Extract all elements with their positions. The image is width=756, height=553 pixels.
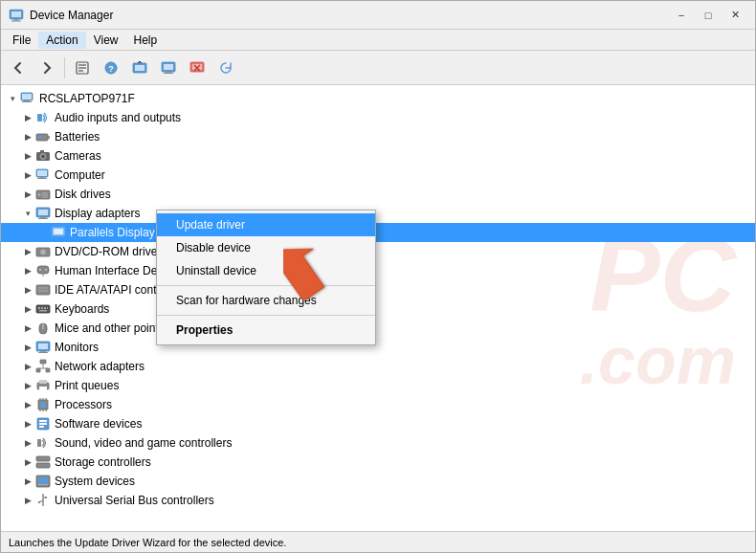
tree-root[interactable]: ▾ RCSLAPTOP971F [1,89,755,108]
svg-rect-31 [40,150,44,153]
expand-dvd-icon: ▶ [20,244,35,259]
svg-rect-11 [135,65,145,71]
svg-point-103 [38,501,40,503]
tree-item-computer[interactable]: ▶ Computer [1,166,755,185]
tree-item-usb-label: Universal Serial Bus controllers [55,494,214,507]
svg-marker-105 [283,235,335,299]
forward-button[interactable] [33,55,60,81]
sound-icon [35,435,51,451]
tree-item-ide[interactable]: ▶ IDE ATA/ATAPI controllers [1,280,755,299]
svg-rect-78 [38,385,40,386]
tree-item-dvd[interactable]: ▶ DVD/CD-ROM drives [1,242,755,261]
menu-help[interactable]: Help [126,32,166,49]
tree-item-audio[interactable]: ▶ Audio inputs and outputs [1,108,755,127]
tree-root-label: RCSLAPTOP971F [39,92,135,105]
tree-item-monitors[interactable]: ▶ Monitors [1,338,755,357]
batteries-icon [35,129,51,144]
svg-rect-80 [40,402,46,408]
tree-item-usb[interactable]: ▶ Universal Serial Bus controllers [1,491,755,510]
tree-item-monitors-label: Monitors [55,341,99,354]
svg-rect-59 [41,307,43,309]
expand-mice-icon: ▶ [20,321,35,336]
back-button[interactable] [5,55,32,81]
parallels-icon [51,225,66,240]
svg-rect-91 [37,439,41,447]
disk-icon [35,187,51,202]
svg-rect-62 [39,310,47,312]
expand-usb-icon: ▶ [20,493,35,508]
uninstall-button[interactable] [184,55,211,81]
usb-icon [35,493,51,508]
expand-storage-icon: ▶ [20,454,35,470]
tree-item-parallels[interactable]: Parallels Display Adapt (WDDM) [1,223,755,242]
tree-panel[interactable]: PC .com ▾ RCSLAPTOP971F ▶ [1,85,755,531]
tree-item-system-label: System devices [55,475,135,488]
svg-rect-22 [24,100,30,101]
update-driver-button[interactable] [126,55,153,81]
tree-item-software[interactable]: ▶ Software devices [1,414,755,433]
menu-action[interactable]: Action [38,32,85,49]
svg-rect-98 [38,484,48,485]
close-button[interactable]: ✕ [723,6,747,25]
svg-rect-2 [13,19,19,21]
svg-rect-3 [11,20,21,21]
tree-item-network[interactable]: ▶ Network adapters [1,357,755,376]
tree-item-batteries[interactable]: ▶ Batteries [1,127,755,146]
status-text: Launches the Update Driver Wizard for th… [9,537,286,548]
menu-file[interactable]: File [5,32,38,49]
software-icon [35,416,51,431]
window-title: Device Manager [30,9,113,22]
computer-icon [20,91,35,106]
expand-monitors-icon: ▶ [20,340,35,355]
svg-rect-76 [39,380,47,384]
toolbar: ? [1,51,755,85]
computer-tree-icon [35,167,51,183]
scan-button[interactable] [212,55,239,81]
svg-rect-1 [11,11,21,17]
tree-item-processors[interactable]: ▶ Processors [1,395,755,414]
svg-rect-102 [45,497,47,498]
tree-item-human[interactable]: ▶ Human Interface Devices [1,261,755,280]
tree-item-print-label: Print queues [55,379,119,392]
svg-point-94 [47,458,49,460]
expand-processors-icon: ▶ [20,397,35,412]
audio-icon [35,110,51,125]
svg-text:?: ? [108,64,114,74]
tree-item-sound[interactable]: ▶ Sound, video and game controllers [1,433,755,453]
tree-item-display[interactable]: ▾ Display adapters [1,204,755,223]
svg-rect-71 [46,368,50,372]
monitor-button[interactable] [155,55,182,81]
tree-item-cameras[interactable]: ▶ Cameras [1,146,755,166]
ctx-separator-2 [157,315,375,316]
svg-rect-70 [36,368,40,372]
print-icon [35,378,51,393]
dvd-icon [35,244,51,259]
svg-rect-89 [39,423,47,425]
monitors-icon [35,340,51,355]
tree-item-system[interactable]: ▶ System devices [1,472,755,491]
expand-root-icon: ▾ [5,91,20,106]
svg-point-37 [38,193,41,196]
status-bar: Launches the Update Driver Wizard for th… [1,531,755,552]
tree-item-network-label: Network adapters [55,360,145,373]
menu-bar: File Action View Help [1,30,755,51]
app-icon [9,8,24,23]
network-icon [35,359,51,374]
processors-icon [35,397,51,412]
tree-item-mice[interactable]: ▶ Mice and other pointing devices [1,319,755,338]
svg-rect-35 [37,178,47,179]
ctx-properties[interactable]: Properties [157,319,375,342]
properties-button[interactable] [69,55,96,81]
maximize-button[interactable]: □ [696,6,721,25]
menu-view[interactable]: View [86,32,126,49]
expand-human-icon: ▶ [20,263,35,278]
toolbar-separator-1 [64,57,65,78]
svg-rect-66 [38,343,48,349]
minimize-button[interactable]: − [669,6,694,25]
tree-item-storage[interactable]: ▶ Storage controllers [1,453,755,472]
tree-item-keyboards[interactable]: ▶ Keyboards [1,299,755,319]
tree-item-print[interactable]: ▶ Print queues [1,376,755,395]
tree-item-disk[interactable]: ▶ Disk drives [1,185,755,204]
expand-disk-icon: ▶ [20,187,35,202]
help-button[interactable]: ? [98,55,124,81]
